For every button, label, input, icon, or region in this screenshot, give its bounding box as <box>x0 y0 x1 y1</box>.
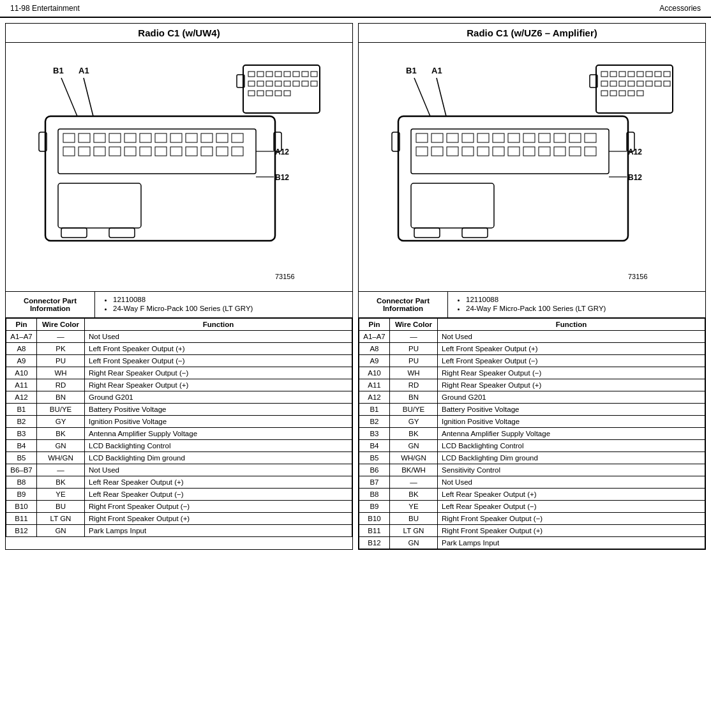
wire-cell: BK <box>390 428 438 440</box>
svg-rect-94 <box>414 228 440 238</box>
svg-rect-15 <box>201 133 213 142</box>
svg-rect-82 <box>431 147 443 156</box>
pin-cell: B12 <box>359 537 390 549</box>
pin-cell: B7 <box>359 476 390 489</box>
svg-rect-32 <box>109 228 135 238</box>
svg-rect-51 <box>275 81 281 86</box>
svg-rect-58 <box>266 91 273 96</box>
pin-cell: B11 <box>6 513 37 525</box>
pin-cell: B1 <box>6 404 37 416</box>
svg-rect-9 <box>109 133 121 142</box>
svg-rect-12 <box>155 133 167 142</box>
wire-cell: RD <box>37 379 85 391</box>
svg-rect-29 <box>232 147 243 156</box>
table-row: B2 GY Ignition Positive Voltage <box>6 416 352 428</box>
function-cell: Sensitivity Control <box>438 464 705 476</box>
svg-rect-73 <box>477 133 489 142</box>
left-part-desc: 24-Way F Micro-Pack 100 Series (LT GRY) <box>113 305 346 312</box>
table-row: B6 BK/WH Sensitivity Control <box>359 464 705 476</box>
page-header: 11-98 Entertainment Accessories <box>0 0 711 18</box>
right-connector-part-info: 12110088 24-Way F Micro-Pack 100 Series … <box>448 292 705 317</box>
wire-cell: BU <box>37 501 85 513</box>
table-row: A9 PU Left Front Speaker Output (−) <box>359 355 705 367</box>
table-row: B1 BU/YE Battery Positive Voltage <box>359 404 705 416</box>
table-row: A10 WH Right Rear Speaker Output (−) <box>6 367 352 379</box>
svg-rect-7 <box>79 133 90 142</box>
svg-rect-85 <box>477 147 489 156</box>
page-header-right: Accessories <box>659 4 701 13</box>
function-cell: Ignition Positive Voltage <box>438 416 705 428</box>
svg-rect-68 <box>411 129 609 174</box>
wire-cell: — <box>37 464 85 476</box>
svg-rect-93 <box>411 183 494 228</box>
function-cell: Left Front Speaker Output (+) <box>438 343 705 355</box>
svg-rect-119 <box>601 91 608 96</box>
function-cell: Right Rear Speaker Output (+) <box>438 379 705 391</box>
svg-rect-11 <box>140 133 151 142</box>
svg-rect-53 <box>293 81 299 86</box>
svg-rect-120 <box>610 91 617 96</box>
pin-cell: B6–B7 <box>6 464 37 476</box>
svg-line-65 <box>414 78 430 116</box>
svg-rect-43 <box>275 72 281 77</box>
pin-cell: A12 <box>359 391 390 404</box>
function-cell: LCD Backlighting Dim ground <box>85 452 352 464</box>
function-cell: Right Rear Speaker Output (−) <box>438 367 705 379</box>
wire-cell: WH <box>390 367 438 379</box>
svg-rect-80 <box>585 133 596 142</box>
svg-rect-18 <box>63 147 75 156</box>
function-cell: Ground G201 <box>438 391 705 404</box>
wire-cell: YE <box>37 489 85 501</box>
svg-rect-105 <box>619 72 625 77</box>
svg-rect-25 <box>170 147 182 156</box>
wire-cell: GN <box>390 440 438 452</box>
table-row: A11 RD Right Rear Speaker Output (+) <box>6 379 352 391</box>
pin-cell: B9 <box>6 489 37 501</box>
svg-text:A12: A12 <box>275 148 289 156</box>
function-cell: Ignition Positive Voltage <box>85 416 352 428</box>
function-cell: Left Front Speaker Output (−) <box>438 355 705 367</box>
left-connector-part-label: Connector Part Information <box>6 292 95 317</box>
pin-cell: B3 <box>6 428 37 440</box>
svg-rect-8 <box>94 133 105 142</box>
svg-rect-23 <box>140 147 151 156</box>
svg-rect-55 <box>311 81 317 86</box>
svg-rect-110 <box>664 72 670 77</box>
page-header-left: 11-98 Entertainment <box>10 4 80 13</box>
function-cell: LCD Backlighting Dim ground <box>438 452 705 464</box>
wire-cell: BU <box>390 513 438 525</box>
pin-cell: B5 <box>359 452 390 464</box>
svg-text:B12: B12 <box>275 173 289 182</box>
pin-cell: B8 <box>6 476 37 489</box>
left-col-function: Function <box>85 319 352 331</box>
function-cell: Right Front Speaker Output (+) <box>438 525 705 537</box>
svg-rect-75 <box>508 133 520 142</box>
svg-rect-79 <box>569 133 581 142</box>
wire-cell: WH/GN <box>390 452 438 464</box>
wire-cell: PU <box>390 355 438 367</box>
svg-text:A12: A12 <box>628 148 642 156</box>
svg-rect-69 <box>416 133 428 142</box>
function-cell: Right Front Speaker Output (−) <box>438 513 705 525</box>
wire-cell: LT GN <box>37 513 85 525</box>
svg-rect-42 <box>266 72 273 77</box>
pin-cell: B6 <box>359 464 390 476</box>
svg-text:73156: 73156 <box>628 273 648 280</box>
svg-rect-27 <box>201 147 213 156</box>
function-cell: Right Front Speaker Output (−) <box>85 501 352 513</box>
svg-rect-47 <box>311 72 317 77</box>
svg-rect-104 <box>610 72 617 77</box>
svg-rect-5 <box>58 129 256 174</box>
table-row: B10 BU Right Front Speaker Output (−) <box>359 513 705 525</box>
wire-cell: BK <box>37 476 85 489</box>
function-cell: Right Rear Speaker Output (−) <box>85 367 352 379</box>
table-row: B12 GN Park Lamps Input <box>359 537 705 549</box>
svg-rect-108 <box>646 72 652 77</box>
table-row: B9 YE Left Rear Speaker Output (−) <box>6 489 352 501</box>
pin-cell: B3 <box>359 428 390 440</box>
svg-rect-20 <box>94 147 105 156</box>
svg-rect-91 <box>569 147 581 156</box>
svg-rect-123 <box>637 91 643 96</box>
table-row: B12 GN Park Lamps Input <box>6 525 352 537</box>
right-col-wire: Wire Color <box>390 319 438 331</box>
